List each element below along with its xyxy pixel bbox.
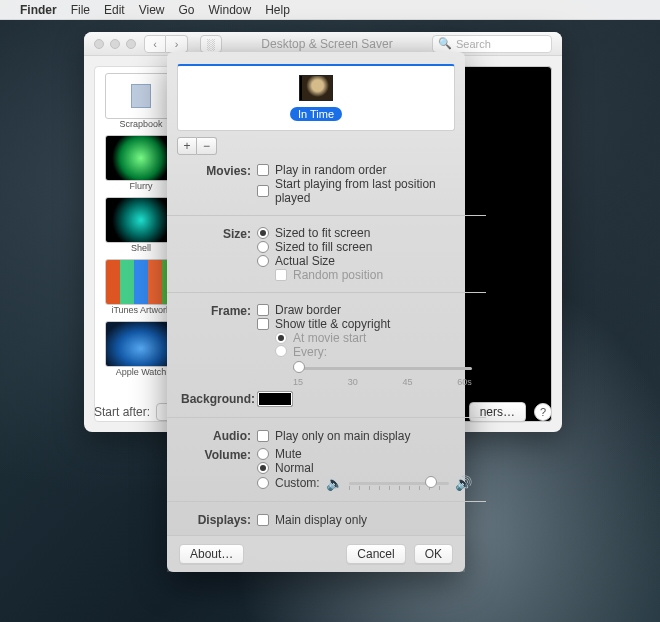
movie-label: In Time xyxy=(290,107,342,121)
volume-custom-radio[interactable] xyxy=(257,477,269,489)
background-label: Background: xyxy=(181,391,251,407)
back-button[interactable]: ‹ xyxy=(144,35,166,53)
audio-main-only-label: Play only on main display xyxy=(275,429,410,443)
screensaver-label: Flurry xyxy=(130,181,153,191)
hot-corners-button[interactable]: ners… xyxy=(469,402,526,422)
tick-60: 60s xyxy=(457,377,472,387)
background-color-well[interactable] xyxy=(257,391,293,407)
speaker-high-icon: 🔊 xyxy=(455,475,472,491)
show-title-checkbox[interactable] xyxy=(257,318,269,330)
tick-45: 45 xyxy=(402,377,412,387)
screensaver-label: Shell xyxy=(131,243,151,253)
size-label: Size: xyxy=(181,226,251,282)
volume-slider[interactable] xyxy=(349,475,449,491)
frame-label: Frame: xyxy=(181,303,251,387)
volume-label: Volume: xyxy=(181,447,251,491)
show-title-label: Show title & copyright xyxy=(275,317,390,331)
every-label: Every: xyxy=(293,345,327,359)
volume-custom-label: Custom: xyxy=(275,476,320,490)
search-field[interactable]: 🔍 Search xyxy=(432,35,552,53)
draw-border-label: Draw border xyxy=(275,303,341,317)
random-position-label: Random position xyxy=(293,268,383,282)
movie-selection-box[interactable]: In Time xyxy=(177,64,455,131)
remove-movie-button[interactable]: − xyxy=(197,137,217,155)
main-display-only-label: Main display only xyxy=(275,513,367,527)
about-button[interactable]: About… xyxy=(179,544,244,564)
search-icon: 🔍 xyxy=(438,37,452,50)
window-title: Desktop & Screen Saver xyxy=(230,37,424,51)
screensaver-label: Apple Watch xyxy=(116,367,167,377)
search-placeholder: Search xyxy=(456,38,491,50)
random-order-label: Play in random order xyxy=(275,163,386,177)
draw-border-checkbox[interactable] xyxy=(257,304,269,316)
title-interval-slider xyxy=(293,359,472,377)
tick-30: 30 xyxy=(348,377,358,387)
at-movie-start-radio xyxy=(275,332,287,344)
random-order-checkbox[interactable] xyxy=(257,164,269,176)
cancel-button[interactable]: Cancel xyxy=(346,544,405,564)
volume-mute-label: Mute xyxy=(275,447,302,461)
show-all-button[interactable]: ░ xyxy=(200,35,222,53)
resume-checkbox[interactable] xyxy=(257,185,269,197)
forward-button[interactable]: › xyxy=(166,35,188,53)
menu-view[interactable]: View xyxy=(139,3,165,17)
menu-help[interactable]: Help xyxy=(265,3,290,17)
movie-thumbnail[interactable] xyxy=(299,75,333,101)
displays-label: Displays: xyxy=(181,512,251,527)
start-after-label: Start after: xyxy=(94,405,150,419)
grid-icon: ░ xyxy=(207,38,215,50)
help-button[interactable]: ? xyxy=(534,403,552,421)
minimize-button[interactable] xyxy=(110,39,120,49)
volume-mute-radio[interactable] xyxy=(257,448,269,460)
menu-bar: Finder File Edit View Go Window Help xyxy=(0,0,660,20)
close-button[interactable] xyxy=(94,39,104,49)
volume-normal-radio[interactable] xyxy=(257,462,269,474)
audio-main-only-checkbox[interactable] xyxy=(257,430,269,442)
resume-label: Start playing from last position played xyxy=(275,177,472,205)
screensaver-options-sheet: In Time + − Movies: Play in random order… xyxy=(167,52,465,572)
random-position-checkbox xyxy=(275,269,287,281)
every-radio xyxy=(275,345,287,357)
at-movie-start-label: At movie start xyxy=(293,331,366,345)
zoom-button[interactable] xyxy=(126,39,136,49)
size-fill-radio[interactable] xyxy=(257,241,269,253)
screensaver-label: iTunes Artwork xyxy=(111,305,170,315)
ok-button[interactable]: OK xyxy=(414,544,453,564)
size-actual-radio[interactable] xyxy=(257,255,269,267)
volume-normal-label: Normal xyxy=(275,461,314,475)
size-fill-label: Sized to fill screen xyxy=(275,240,372,254)
window-traffic-lights xyxy=(94,39,136,49)
screensaver-label: Scrapbook xyxy=(119,119,162,129)
add-movie-button[interactable]: + xyxy=(177,137,197,155)
menu-go[interactable]: Go xyxy=(179,3,195,17)
size-fit-label: Sized to fit screen xyxy=(275,226,370,240)
menu-app-name[interactable]: Finder xyxy=(20,3,57,17)
size-fit-radio[interactable] xyxy=(257,227,269,239)
movies-label: Movies: xyxy=(181,163,251,205)
speaker-low-icon: 🔈 xyxy=(326,475,343,491)
main-display-only-checkbox[interactable] xyxy=(257,514,269,526)
audio-label: Audio: xyxy=(181,428,251,443)
menu-file[interactable]: File xyxy=(71,3,90,17)
tick-15: 15 xyxy=(293,377,303,387)
sheet-footer: About… Cancel OK xyxy=(167,535,465,572)
menu-window[interactable]: Window xyxy=(209,3,252,17)
size-actual-label: Actual Size xyxy=(275,254,335,268)
menu-edit[interactable]: Edit xyxy=(104,3,125,17)
